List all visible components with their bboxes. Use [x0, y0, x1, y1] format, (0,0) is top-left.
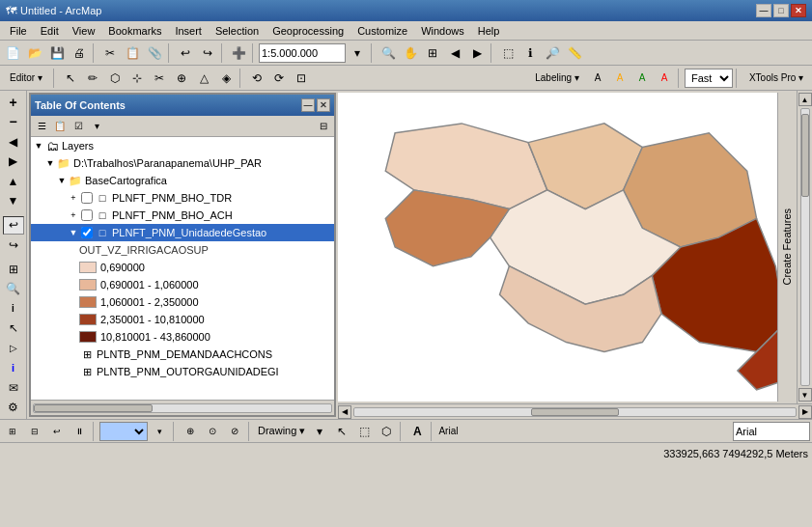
- bt-btn1[interactable]: ⊞: [2, 421, 23, 442]
- toc-source-view[interactable]: 📋: [51, 118, 69, 135]
- edit-tool2[interactable]: ✏: [82, 68, 103, 89]
- toc-selection-view[interactable]: ☑: [70, 118, 87, 135]
- hscroll-right-btn[interactable]: ▶: [798, 405, 812, 419]
- menu-help[interactable]: Help: [472, 24, 506, 38]
- edit-tool8[interactable]: ◈: [215, 68, 237, 89]
- print-button[interactable]: 🖨: [69, 42, 90, 64]
- add-data-button[interactable]: ➕: [228, 42, 249, 64]
- bt-shape1[interactable]: ⬚: [353, 421, 375, 442]
- bt-btn5[interactable]: ▾: [149, 421, 170, 442]
- menu-edit[interactable]: Edit: [35, 24, 65, 38]
- create-features-panel[interactable]: Create Features: [777, 93, 795, 402]
- map-area[interactable]: Create Features: [338, 93, 795, 402]
- vscroll-down-btn[interactable]: ▼: [798, 388, 812, 402]
- pointer-tool[interactable]: ▷: [3, 339, 24, 358]
- menu-bookmarks[interactable]: Bookmarks: [102, 24, 167, 38]
- rendering-dropdown[interactable]: Fast Best: [685, 69, 733, 88]
- toc-minimize[interactable]: —: [301, 98, 315, 112]
- full-extent-btn[interactable]: ⊞: [422, 42, 443, 64]
- menu-view[interactable]: View: [67, 24, 101, 38]
- cut-button[interactable]: ✂: [99, 42, 121, 64]
- toc-ach-item[interactable]: + □ PLNFT_PNM_BHO_ACH: [31, 207, 334, 224]
- prev-extent-btn[interactable]: ◀: [444, 42, 465, 64]
- map-hscroll-track[interactable]: [353, 407, 797, 417]
- menu-customize[interactable]: Customize: [351, 24, 413, 38]
- pan-right[interactable]: ▶: [3, 153, 24, 172]
- edit-tool9[interactable]: ⟲: [246, 68, 267, 89]
- pan-down[interactable]: ▼: [3, 192, 24, 211]
- edit-tool7[interactable]: △: [193, 68, 214, 89]
- maximize-button[interactable]: □: [773, 4, 789, 17]
- map-hscrollbar[interactable]: ◀ ▶: [338, 403, 812, 419]
- drawing-dropdown-btn[interactable]: ▾: [309, 421, 330, 442]
- snap-btn[interactable]: ⊡: [291, 68, 312, 89]
- menu-file[interactable]: File: [4, 24, 33, 38]
- bt-btn6[interactable]: ⊕: [180, 421, 201, 442]
- bt-btn8[interactable]: ⊘: [224, 421, 245, 442]
- map-hscroll-thumb[interactable]: [531, 408, 619, 416]
- toc-hscrollbar[interactable]: [31, 400, 334, 415]
- ug-checkbox[interactable]: [81, 227, 93, 238]
- pan-left[interactable]: ◀: [3, 132, 24, 152]
- bt-shape2[interactable]: ⬡: [376, 421, 397, 442]
- ach-checkbox[interactable]: [81, 209, 93, 221]
- map-vscrollbar[interactable]: ▲ ▼: [797, 91, 812, 403]
- select-btn[interactable]: ⬚: [497, 42, 518, 64]
- hscroll-left-btn[interactable]: ◀: [338, 405, 351, 419]
- toc-tdr-item[interactable]: + □ PLNFT_PNM_BHO_TDR: [31, 189, 334, 207]
- toc-base-item[interactable]: ▼ 📁 BaseCartografica: [31, 172, 334, 189]
- pan-up[interactable]: ▲: [3, 172, 24, 191]
- go-back-btn[interactable]: ↩: [3, 216, 24, 236]
- copy-button[interactable]: 📋: [122, 42, 143, 64]
- toc-collapse-all[interactable]: ⊟: [315, 118, 332, 135]
- fixed-zoom-in[interactable]: 🔍: [3, 280, 24, 299]
- bt-font-label[interactable]: Arial: [437, 421, 459, 442]
- edit-tool3[interactable]: ⬡: [104, 68, 126, 89]
- scale-input[interactable]: [259, 43, 346, 63]
- toc-outorga-item[interactable]: ⊞ PLNTB_PNM_OUTORGAUNIDADEGI: [31, 363, 334, 380]
- save-button[interactable]: 💾: [46, 42, 68, 64]
- undo-button[interactable]: ↩: [175, 42, 196, 64]
- font-name-input[interactable]: [733, 422, 810, 441]
- next-extent-btn[interactable]: ▶: [466, 42, 488, 64]
- editor-dropdown[interactable]: Editor ▾: [2, 68, 50, 89]
- menu-insert[interactable]: Insert: [169, 24, 208, 38]
- tdr-expand[interactable]: +: [68, 192, 79, 204]
- info-btn[interactable]: i: [3, 299, 24, 319]
- minimize-button[interactable]: —: [756, 4, 771, 17]
- zoom-tool[interactable]: 🔍: [378, 42, 399, 64]
- edit-tool1[interactable]: ↖: [60, 68, 81, 89]
- toc-scroll-track[interactable]: [33, 403, 332, 413]
- vscroll-track[interactable]: [800, 108, 810, 386]
- xtools-dropdown[interactable]: XTools Pro ▾: [742, 68, 810, 89]
- toc-uhp-item[interactable]: ▼ 📁 D:\Trabalhos\Paranapanema\UHP_PAR: [31, 154, 334, 172]
- msg-btn[interactable]: ✉: [3, 378, 24, 398]
- pan-tool[interactable]: ✋: [400, 42, 421, 64]
- toc-options[interactable]: ▾: [88, 118, 105, 135]
- bt-cursor[interactable]: ↖: [331, 421, 352, 442]
- edit-tool10[interactable]: ⟳: [268, 68, 290, 89]
- bt-select1[interactable]: [99, 422, 148, 441]
- menu-windows[interactable]: Windows: [415, 24, 470, 38]
- info-left[interactable]: i: [3, 359, 24, 378]
- label-c[interactable]: A: [631, 68, 653, 89]
- select-left[interactable]: ↖: [3, 319, 24, 339]
- bt-btn3[interactable]: ↩: [46, 421, 68, 442]
- tdr-checkbox[interactable]: [81, 192, 93, 204]
- label-b[interactable]: A: [609, 68, 630, 89]
- toc-demanda-item[interactable]: ⊞ PLNTB_PNM_DEMANDAACHCONS: [31, 346, 334, 363]
- identify-btn[interactable]: ℹ: [519, 42, 541, 64]
- bt-textA[interactable]: A: [406, 421, 428, 442]
- label-d[interactable]: A: [654, 68, 675, 89]
- ug-expand[interactable]: ▼: [68, 227, 79, 238]
- expand-icon[interactable]: ▼: [33, 140, 44, 152]
- ach-expand[interactable]: +: [68, 209, 79, 221]
- label-a[interactable]: A: [587, 68, 608, 89]
- vscroll-thumb[interactable]: [801, 114, 809, 197]
- settings-btn[interactable]: ⚙: [3, 399, 24, 418]
- toc-ug-item[interactable]: ▼ □ PLNFT_PNM_UnidadedeGestao: [31, 224, 334, 241]
- vscroll-up-btn[interactable]: ▲: [798, 93, 812, 106]
- edit-tool4[interactable]: ⊹: [126, 68, 148, 89]
- edit-tool5[interactable]: ✂: [149, 68, 170, 89]
- bt-btn4[interactable]: ⏸: [69, 421, 90, 442]
